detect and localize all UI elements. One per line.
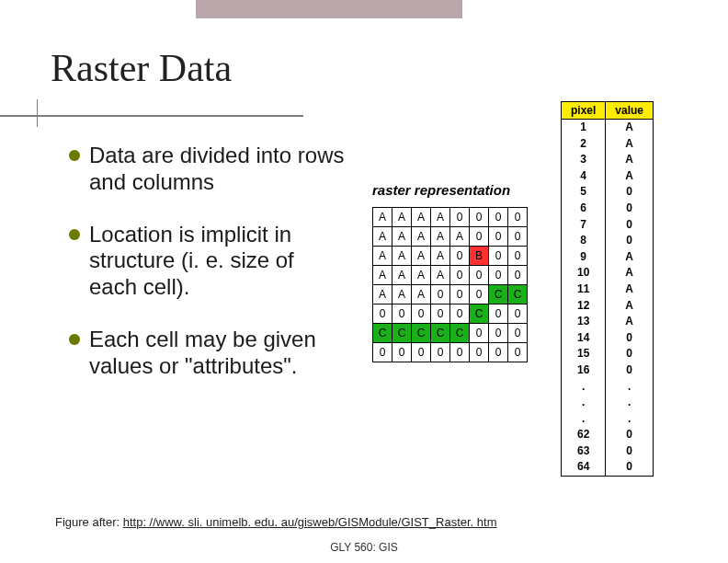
grid-cell: 0	[470, 227, 489, 247]
grid-cell: A	[412, 227, 431, 247]
bullet-dot-icon	[69, 334, 80, 345]
raster-grid: AAAA0000AAAAA000AAAA0B00AAAA0000AAA000CC…	[372, 207, 528, 362]
bullet-item: Data are divided into rows and columns	[69, 143, 345, 196]
grid-cell: A	[412, 247, 431, 266]
bullet-list: Data are divided into rows and columns L…	[69, 143, 345, 406]
grid-cell: C	[373, 324, 392, 343]
pixel-cell: 1	[562, 120, 606, 136]
grid-cell: C	[450, 324, 470, 343]
bullet-dot-icon	[69, 229, 80, 240]
table-row: 9A	[562, 249, 654, 266]
figure-reference: Figure after: http: //www. sli. unimelb.…	[55, 515, 497, 529]
value-cell: 0	[606, 217, 654, 234]
value-cell: A	[606, 314, 654, 330]
grid-cell: A	[431, 266, 450, 285]
table-row: 150	[562, 346, 654, 362]
pixel-cell: 12	[562, 298, 606, 315]
grid-cell: A	[412, 266, 431, 285]
grid-cell: A	[392, 247, 412, 266]
pixel-cell: 8	[562, 233, 606, 249]
grid-cell: A	[373, 266, 392, 285]
pixel-cell: 6	[562, 201, 606, 217]
grid-cell: 0	[373, 343, 392, 362]
grid-cell: A	[431, 208, 450, 227]
pixel-cell: 63	[562, 443, 606, 460]
grid-cell: 0	[470, 285, 489, 304]
value-cell: A	[606, 168, 654, 185]
value-cell: 0	[606, 201, 654, 217]
slide-footer: GLY 560: GIS	[0, 541, 728, 554]
table-row: 12A	[562, 298, 654, 315]
grid-cell: 0	[489, 227, 508, 247]
value-cell: A	[606, 120, 654, 136]
grid-cell: 0	[489, 247, 508, 266]
grid-cell: 0	[508, 266, 528, 285]
grid-cell: 0	[508, 247, 528, 266]
pixel-value-table: pixel value 1A2A3A4A506070809A10A11A12A1…	[561, 101, 654, 477]
grid-cell: 0	[392, 343, 412, 362]
pixel-cell: 2	[562, 136, 606, 153]
pixel-cell: .	[562, 395, 606, 411]
grid-cell: 0	[508, 227, 528, 247]
grid-cell: A	[373, 247, 392, 266]
grid-cell: C	[470, 304, 489, 324]
grid-cell: C	[489, 285, 508, 304]
table-row: 11A	[562, 282, 654, 298]
grid-cell: C	[508, 285, 528, 304]
grid-cell: 0	[508, 343, 528, 362]
table-row: 630	[562, 443, 654, 460]
bullet-item: Each cell may be given values or "attrib…	[69, 327, 345, 380]
pixel-cell: 5	[562, 184, 606, 201]
grid-cell: 0	[470, 208, 489, 227]
grid-cell: 0	[431, 343, 450, 362]
table-row: 4A	[562, 168, 654, 185]
grid-cell: A	[373, 227, 392, 247]
grid-cell: B	[470, 247, 489, 266]
pixel-cell: 62	[562, 427, 606, 443]
grid-cell: 0	[489, 304, 508, 324]
figure-link[interactable]: http: //www. sli. unimelb. edu. au/giswe…	[123, 515, 497, 529]
pixel-cell: .	[562, 379, 606, 396]
pixel-cell: 15	[562, 346, 606, 362]
bullet-item: Location is implicit in structure (i. e.…	[69, 222, 345, 301]
grid-cell: 0	[450, 343, 470, 362]
grid-cell: 0	[470, 266, 489, 285]
value-cell: 0	[606, 233, 654, 249]
pixel-cell: 10	[562, 265, 606, 282]
grid-cell: A	[431, 247, 450, 266]
grid-cell: 0	[508, 324, 528, 343]
pixel-cell: 16	[562, 362, 606, 379]
pixel-cell: 4	[562, 168, 606, 185]
slide-title: Raster Data	[51, 46, 232, 90]
pixel-cell: 14	[562, 330, 606, 347]
value-cell: 0	[606, 362, 654, 379]
table-row: ..	[562, 395, 654, 411]
grid-cell: A	[412, 285, 431, 304]
pixel-cell: .	[562, 411, 606, 428]
grid-cell: 0	[489, 324, 508, 343]
bullet-dot-icon	[69, 150, 80, 161]
pixel-cell: 13	[562, 314, 606, 330]
grid-cell: A	[412, 208, 431, 227]
value-cell: 0	[606, 330, 654, 347]
table-row: ..	[562, 379, 654, 396]
bullet-text: Each cell may be given values or "attrib…	[89, 327, 316, 378]
grid-cell: 0	[489, 343, 508, 362]
value-cell: A	[606, 136, 654, 153]
grid-cell: 0	[450, 208, 470, 227]
grid-cell: 0	[508, 304, 528, 324]
table-row: 640	[562, 459, 654, 476]
grid-cell: A	[431, 227, 450, 247]
header-pixel: pixel	[562, 102, 606, 120]
figure-prefix: Figure after:	[55, 515, 123, 529]
grid-cell: C	[392, 324, 412, 343]
grid-cell: 0	[373, 304, 392, 324]
value-cell: A	[606, 282, 654, 298]
grid-cell: A	[450, 227, 470, 247]
grid-cell: A	[392, 266, 412, 285]
table-row: 140	[562, 330, 654, 347]
value-cell: A	[606, 249, 654, 266]
table-header-row: pixel value	[562, 102, 654, 120]
pixel-cell: 7	[562, 217, 606, 234]
grid-cell: A	[373, 285, 392, 304]
